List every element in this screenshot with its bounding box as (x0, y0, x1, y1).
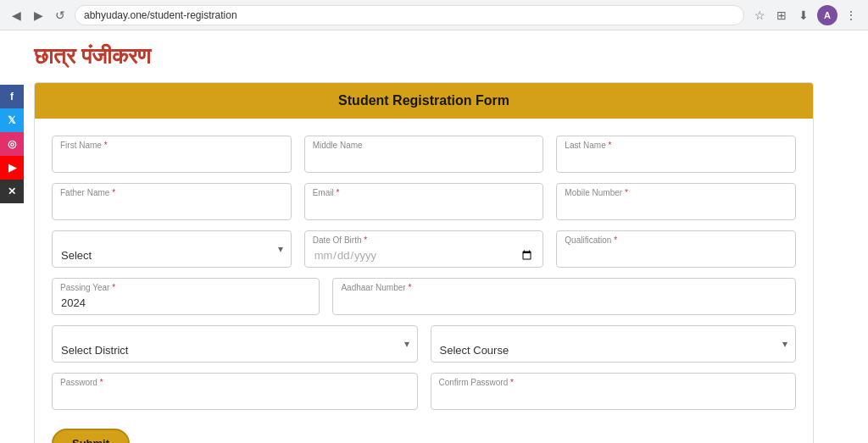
form-row-2: Father Name * Email * (52, 183, 796, 220)
father-name-input[interactable] (52, 183, 292, 220)
aadhaar-group: Aadhaar Number * (332, 278, 796, 315)
district-select-wrapper: Select District (52, 325, 418, 363)
middle-name-group: Middle Name (304, 136, 544, 173)
address-bar[interactable]: abhyuday.one/student-registration (75, 5, 744, 25)
dob-group: Date Of Birth * (304, 230, 544, 268)
form-row-1: First Name * Middle Name Last Name (52, 136, 796, 173)
form-body: First Name * Middle Name Last Name (35, 119, 813, 443)
password-group: Password * (52, 373, 418, 410)
forward-button[interactable]: ▶ (31, 8, 46, 23)
form-row-5: District * Select District Course * (52, 325, 796, 363)
x-button[interactable]: ✕ (0, 180, 24, 203)
form-header: Student Registration Form (35, 83, 813, 119)
first-name-group: First Name * (52, 136, 292, 173)
course-group: Course * Select Course (431, 325, 797, 363)
youtube-button[interactable]: ▶ (0, 156, 24, 180)
submit-button[interactable]: Submit (52, 429, 130, 443)
form-row-4: Passing Year * Aadhaar Number * (52, 278, 796, 315)
qualification-input[interactable] (556, 230, 796, 268)
district-group: District * Select District (52, 325, 418, 363)
dob-input[interactable] (304, 230, 544, 268)
browser-chrome: ◀ ▶ ↺ abhyuday.one/student-registration … (0, 0, 868, 30)
course-select[interactable]: Select Course (431, 325, 797, 363)
last-name-group: Last Name * (556, 136, 796, 173)
father-name-group: Father Name * (52, 183, 292, 220)
main-content: f 𝕏 ◎ ▶ ✕ छात्र पंजीकरण Student Registra… (0, 30, 868, 443)
first-name-input[interactable] (52, 136, 292, 173)
email-group: Email * (304, 183, 544, 220)
instagram-button[interactable]: ◎ (0, 132, 24, 156)
facebook-button[interactable]: f (0, 85, 24, 108)
menu-icon[interactable]: ⋮ (843, 7, 860, 24)
submit-row: Submit (52, 420, 796, 443)
extension-icon[interactable]: ⊞ (773, 7, 790, 24)
form-row-6: Password * Confirm Password * (52, 373, 796, 410)
password-input[interactable] (52, 373, 418, 410)
passing-year-group: Passing Year * (52, 278, 320, 315)
confirm-password-input[interactable] (431, 373, 797, 410)
reload-button[interactable]: ↺ (53, 8, 68, 23)
url-text: abhyuday.one/student-registration (84, 9, 237, 21)
qualification-group: Qualification * (556, 230, 796, 268)
twitter-button[interactable]: 𝕏 (0, 108, 24, 132)
course-select-wrapper: Select Course (431, 325, 797, 363)
gender-select-wrapper: Select Male Female Other (52, 230, 292, 268)
mobile-number-input[interactable] (556, 183, 796, 220)
back-button[interactable]: ◀ (8, 8, 24, 23)
page-title: छात्र पंजीकरण (34, 43, 843, 69)
page-content: छात्र पंजीकरण Student Registration Form … (0, 30, 868, 443)
download-icon[interactable]: ⬇ (795, 7, 812, 24)
social-sidebar: f 𝕏 ◎ ▶ ✕ (0, 85, 25, 203)
registration-form-container: Student Registration Form First Name * M… (34, 82, 814, 443)
aadhaar-input[interactable] (332, 278, 796, 315)
confirm-password-group: Confirm Password * (431, 373, 797, 410)
middle-name-input[interactable] (304, 136, 544, 173)
star-icon[interactable]: ☆ (751, 7, 768, 24)
email-input[interactable] (304, 183, 544, 220)
district-select[interactable]: Select District (52, 325, 418, 363)
mobile-number-group: Mobile Number * (556, 183, 796, 220)
last-name-input[interactable] (556, 136, 796, 173)
form-row-3: Gender * Select Male Female Other (52, 230, 796, 268)
browser-icons: ☆ ⊞ ⬇ A ⋮ (751, 5, 860, 25)
user-avatar[interactable]: A (817, 5, 837, 25)
passing-year-input[interactable] (52, 278, 320, 315)
gender-group: Gender * Select Male Female Other (52, 230, 292, 268)
gender-select[interactable]: Select Male Female Other (52, 230, 292, 268)
